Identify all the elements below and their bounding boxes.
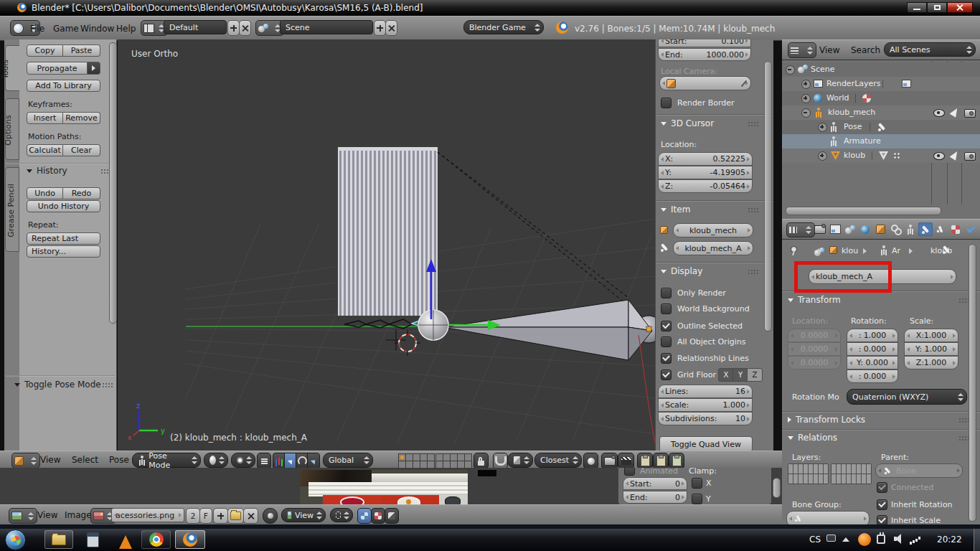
tab-render-layers[interactable]: [828, 222, 842, 236]
layout-del-button[interactable]: [239, 20, 251, 36]
repeat-last-button[interactable]: Repeat Last: [27, 232, 100, 245]
insert-button[interactable]: Insert: [27, 112, 63, 124]
propagate-button[interactable]: Propagate: [27, 62, 88, 75]
panel-grip[interactable]: [958, 418, 969, 423]
outliner-row-world[interactable]: World: [782, 91, 980, 105]
toggle-pose-mode-panel-header[interactable]: Toggle Pose Mode: [14, 380, 101, 390]
tab-constraints[interactable]: [888, 222, 903, 236]
transform-panel-header[interactable]: Transform: [788, 295, 841, 305]
inherit-scale-checkbox[interactable]: [877, 515, 887, 524]
visibility-eye-icon[interactable]: [933, 109, 945, 117]
tray-hidden-icons-button[interactable]: [842, 537, 849, 542]
menu-window[interactable]: Window: [80, 24, 114, 34]
panel-grip[interactable]: [102, 382, 113, 387]
outliner-hscrollbar[interactable]: [786, 207, 941, 215]
snap-target-select[interactable]: Closest: [534, 453, 582, 468]
history-panel-header[interactable]: History: [27, 166, 67, 176]
propagate-menu-button[interactable]: [88, 62, 100, 75]
grid-axis-z-toggle[interactable]: Z: [747, 368, 763, 382]
clip-end-field[interactable]: End:1000.000: [658, 48, 751, 61]
snap-peel-button[interactable]: [583, 453, 598, 469]
expand-toggle[interactable]: [818, 123, 827, 132]
screen-layout-field[interactable]: Default: [164, 20, 227, 34]
layers-grid-a[interactable]: [398, 453, 435, 468]
calculate-button[interactable]: Calculat: [27, 144, 63, 156]
image-unlink-button[interactable]: [243, 508, 258, 524]
tab-bone-constraints[interactable]: [933, 222, 948, 236]
toolshelf-scrollbar[interactable]: [109, 42, 117, 324]
outline-selected-checkbox[interactable]: [661, 321, 672, 331]
tray-power-icon[interactable]: [877, 534, 885, 544]
transform-locks-panel-header[interactable]: Transform Locks: [788, 415, 865, 425]
relationship-lines-checkbox[interactable]: [661, 353, 672, 364]
pin-icon[interactable]: [789, 246, 797, 255]
cursor-y-field[interactable]: Y:-4.19905: [658, 166, 753, 179]
taskbar-calculator-button[interactable]: [83, 532, 102, 548]
grid-scale-field[interactable]: Scale:1.000: [658, 398, 753, 412]
tray-keyboard-icon[interactable]: [826, 534, 836, 542]
tab-render[interactable]: [813, 222, 827, 236]
outliner-menu-view[interactable]: View: [819, 45, 839, 55]
fake-user-button[interactable]: F: [199, 508, 212, 524]
object-name-field[interactable]: kloub_mech: [673, 223, 753, 237]
breadcrumb-object-icon[interactable]: [829, 246, 837, 254]
tray-network-icon[interactable]: [910, 536, 921, 545]
uv-pivot-select[interactable]: [330, 508, 353, 522]
scale-x-field[interactable]: X:1.000: [904, 329, 958, 342]
bellows-mesh[interactable]: [338, 147, 438, 316]
menu-view-image-editor[interactable]: View: [37, 510, 57, 520]
image-name-field[interactable]: acessories.png: [111, 508, 184, 522]
inherit-rotation-checkbox[interactable]: [877, 499, 887, 510]
grid-subdivisions-field[interactable]: Subdivisions:10: [658, 412, 753, 425]
image-view-select[interactable]: View: [281, 508, 326, 522]
tab-tools[interactable]: Tools: [5, 45, 19, 91]
rot-y-field[interactable]: Y: 0.000: [847, 356, 898, 369]
tab-object[interactable]: [873, 222, 887, 236]
grid-floor-checkbox[interactable]: [661, 369, 672, 380]
menu-image[interactable]: Image: [65, 510, 92, 520]
image-editor-canvas[interactable]: [300, 470, 468, 504]
orientation-select[interactable]: Global: [323, 453, 373, 468]
local-camera-field[interactable]: [659, 76, 751, 90]
menu-game[interactable]: Game: [53, 24, 79, 34]
tray-clock[interactable]: 20:22: [937, 534, 962, 545]
mode-select[interactable]: Pose Mode: [132, 453, 201, 468]
layout-add-button[interactable]: [227, 20, 240, 36]
history-menu-button[interactable]: History...: [27, 245, 100, 258]
parent-field[interactable]: Bone: [875, 463, 963, 478]
outliner-row-armature[interactable]: Armature: [782, 134, 980, 149]
cursor-z-field[interactable]: Z:-0.05464: [658, 179, 753, 193]
snap-element-select[interactable]: [507, 453, 533, 468]
add-to-library-button[interactable]: Add To Library: [27, 80, 100, 92]
menu-select[interactable]: Select: [72, 455, 98, 465]
image-new-button[interactable]: [213, 508, 228, 524]
breadcrumb-armature-icon[interactable]: [880, 245, 888, 255]
outliner-row-scene[interactable]: Scene: [782, 62, 980, 77]
loc-y-field[interactable]: 0.0000: [788, 342, 841, 356]
paste-pose-button[interactable]: [653, 453, 669, 469]
outliner-row-pose[interactable]: Pose: [782, 120, 980, 134]
clip-start-field[interactable]: Start:0.100: [658, 39, 751, 47]
expand-toggle[interactable]: [801, 94, 811, 103]
breadcrumb-object[interactable]: klou: [842, 246, 858, 255]
copy-button[interactable]: Copy: [27, 44, 63, 57]
expand-toggle[interactable]: [818, 151, 827, 161]
image-editor-scrollbar[interactable]: [773, 478, 781, 498]
renderability-camera-icon[interactable]: [964, 152, 976, 161]
panel-grip[interactable]: [748, 207, 758, 212]
redo-button[interactable]: Redo: [63, 187, 100, 199]
outliner-row-kloub[interactable]: kloub: [782, 149, 980, 163]
tab-world[interactable]: [858, 222, 872, 236]
renderability-camera-icon[interactable]: [964, 109, 976, 118]
shading-select[interactable]: [204, 453, 228, 468]
cursor-x-field[interactable]: X:0.52225: [658, 152, 753, 166]
minimize-button[interactable]: [907, 2, 927, 13]
selectability-cursor-icon[interactable]: [950, 149, 961, 160]
uv-edit-toggle[interactable]: [357, 508, 372, 524]
image-open-button[interactable]: [227, 508, 244, 524]
uv-checker-toggle[interactable]: [371, 508, 385, 524]
scale-y-field[interactable]: Y: 1.000: [904, 342, 958, 356]
clamp-y-checkbox[interactable]: [692, 494, 702, 504]
scene-del-button[interactable]: [385, 20, 397, 36]
paste-button[interactable]: Paste: [63, 44, 100, 57]
